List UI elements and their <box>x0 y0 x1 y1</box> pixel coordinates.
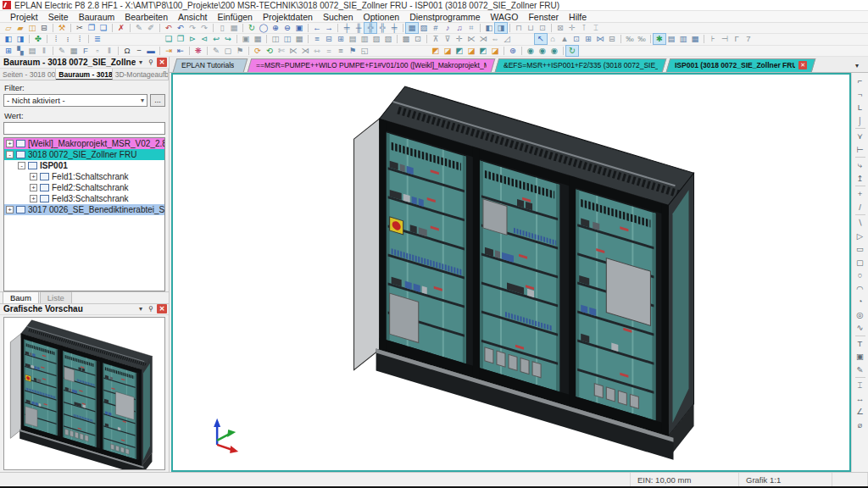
insert-busbar-icon[interactable]: ‖ <box>38 46 50 56</box>
menu-item[interactable]: Einfügen <box>212 12 257 22</box>
distribute-icon[interactable]: = <box>323 46 335 56</box>
page-forward-icon[interactable]: ⊳ <box>186 34 198 44</box>
wago-icon[interactable]: ❋ <box>192 46 204 56</box>
polygon-tool-icon[interactable]: ▷ <box>854 230 867 243</box>
insert-page-icon[interactable]: ❏ <box>163 34 175 44</box>
align-top-icon[interactable]: ⊼ <box>430 34 442 44</box>
insert-macro-icon[interactable]: ▚ <box>14 46 26 56</box>
text-frame-icon[interactable]: ⌶ <box>590 23 602 33</box>
scale-icon[interactable]: ◿ <box>501 34 513 44</box>
terminal-strip-a-icon[interactable]: ≡ <box>311 34 323 44</box>
connection-blue-icon[interactable]: ▬ <box>145 46 157 56</box>
tree-view-tab[interactable]: Liste <box>40 291 72 303</box>
refresh-icon[interactable]: ↻ <box>246 23 258 33</box>
3d-layer-a-icon[interactable]: ▤ <box>665 34 677 44</box>
paste-icon[interactable]: ❏ <box>97 23 109 33</box>
menu-item[interactable]: WAGO <box>486 12 524 22</box>
message-flag-icon[interactable]: ⚑ <box>234 46 246 56</box>
tree-expander[interactable]: - <box>18 162 25 169</box>
ellipse-tool-icon[interactable]: ◎ <box>854 308 867 322</box>
tree-item[interactable]: + Feld1:Schaltschrank <box>4 171 164 182</box>
view-3d-top-icon[interactable]: ◪ <box>465 46 477 56</box>
snap-handle-d-icon[interactable]: 7 <box>743 34 754 44</box>
cut-icon[interactable]: ✂ <box>74 23 86 33</box>
menu-item[interactable]: Projektdaten <box>258 12 318 22</box>
pin-list-b-icon[interactable]: ⁝ <box>62 34 74 44</box>
angle-dimension-tool-icon[interactable]: ∠ <box>854 405 867 419</box>
tree-expander[interactable]: + <box>6 140 14 147</box>
align-right-icon[interactable]: ⋊ <box>477 34 489 44</box>
panel-menu-icon[interactable]: ▾ <box>136 304 146 313</box>
export-data-icon[interactable]: ⇤ <box>175 46 186 56</box>
settings-wrench-icon[interactable]: ⚒ <box>56 23 68 33</box>
dock-tab[interactable]: Bauraum - 3018 007... <box>56 69 112 80</box>
previous-view-icon[interactable]: ← <box>311 23 323 33</box>
align-center-icon[interactable]: ✛ <box>453 34 465 44</box>
tree-expander[interactable]: + <box>30 184 37 191</box>
view-3d-front-icon[interactable]: ◪ <box>442 46 453 56</box>
tab-close-icon[interactable]: ✕ <box>798 61 807 69</box>
insert-pipe-icon[interactable]: ‖ <box>103 46 115 56</box>
import-page-icon[interactable]: ↩ <box>210 34 222 44</box>
render-sphere-b-icon[interactable]: ◉ <box>537 46 548 56</box>
insert-field-icon[interactable]: F <box>80 46 92 56</box>
tree-item[interactable]: + 3017 0026_SE_Benediktinerabtei_StBonif… <box>4 204 164 215</box>
import-data-icon[interactable]: ⇥ <box>163 46 175 56</box>
fullscreen-icon[interactable]: ⊠ <box>554 23 566 33</box>
new-project-icon[interactable]: ▱ <box>3 23 14 33</box>
zoom-in-icon[interactable]: ⊕ <box>270 23 281 33</box>
tab-list-dropdown-icon[interactable]: ▾ <box>851 62 863 69</box>
tree-item[interactable]: + Feld3:Schaltschrank <box>4 193 164 204</box>
snap-note-alt-icon[interactable]: ♫ <box>453 23 465 33</box>
report-b-icon[interactable]: ⊡ <box>412 34 424 44</box>
page-table-icon[interactable]: ▦ <box>228 23 240 33</box>
menu-item[interactable]: Bearbeiten <box>120 12 173 22</box>
cable-b-icon[interactable]: ▧ <box>382 34 394 44</box>
view-3d-iso-icon[interactable]: ◩ <box>430 46 442 56</box>
format-copy-icon[interactable]: ✐ <box>145 23 157 33</box>
insert-symbol-icon[interactable]: ⊞ <box>3 46 14 56</box>
redo-icon[interactable]: ↷ <box>186 23 198 33</box>
spline-tool-icon[interactable]: ∿ <box>854 321 867 335</box>
select-all-icon[interactable]: ▲ <box>559 34 570 44</box>
terminal-strip-d-icon[interactable]: ▤ <box>347 34 359 44</box>
device-list-b-icon[interactable]: ◫ <box>281 34 293 44</box>
select-cursor-icon[interactable]: ↖ <box>535 34 547 44</box>
navigator-icon[interactable]: ▣ <box>240 34 252 44</box>
menu-item[interactable]: Hilfe <box>564 12 592 22</box>
render-sphere-a-icon[interactable]: ◉ <box>525 46 537 56</box>
navigator-table-icon[interactable]: ▦ <box>252 34 264 44</box>
select-previous-icon[interactable]: ⊟ <box>606 34 618 44</box>
align-edge-a-icon[interactable]: ⋉ <box>287 46 299 56</box>
tree-expander[interactable]: + <box>30 195 37 202</box>
circle-tool-icon[interactable]: ○ <box>854 269 867 282</box>
tree-view-tab[interactable]: Baum <box>3 291 39 303</box>
trim-icon[interactable]: ✄ <box>275 46 287 56</box>
arrow-angle-tool-icon[interactable]: ⤷ <box>854 158 867 172</box>
menu-item[interactable]: Bauraum <box>74 12 120 22</box>
image-tool-icon[interactable]: ▣ <box>854 350 867 363</box>
cross-tool-icon[interactable]: + <box>854 187 867 201</box>
next-view-icon[interactable]: → <box>323 23 335 33</box>
corner-tr-tool-icon[interactable]: ¬ <box>854 88 867 102</box>
3d-layer-c-icon[interactable]: ▦ <box>689 34 701 44</box>
pin-list-c-icon[interactable]: ⁞ <box>74 34 86 44</box>
layout-center-icon[interactable]: ⊡ <box>537 23 548 33</box>
page-back-icon[interactable]: ⊲ <box>198 34 210 44</box>
open-project-icon[interactable]: ▰ <box>14 23 26 33</box>
distribute-multi-icon[interactable]: ≡ <box>335 46 347 56</box>
snap-handle-c-icon[interactable]: Γ <box>731 34 743 44</box>
device-list-c-icon[interactable]: ▦ <box>293 34 305 44</box>
sector-tool-icon[interactable]: ◔ <box>854 295 867 308</box>
pan-icon[interactable]: ✛ <box>566 23 578 33</box>
chain-dimension-tool-icon[interactable]: ↔ <box>854 392 867 406</box>
corner-br-tool-icon[interactable]: ⌡ <box>854 114 867 128</box>
format-painter-icon[interactable]: ✎ <box>133 23 145 33</box>
menu-item[interactable]: Ansicht <box>173 12 212 22</box>
window-tile-icon[interactable]: ◧ <box>483 23 495 33</box>
arc-tool-icon[interactable]: ◠ <box>854 282 867 296</box>
zoom-out-icon[interactable]: ⊖ <box>281 23 293 33</box>
snap-note-icon[interactable]: ♪ <box>442 23 453 33</box>
properties-icon[interactable]: ≣ <box>92 34 103 44</box>
3d-select-icon[interactable]: ✱ <box>654 34 665 44</box>
